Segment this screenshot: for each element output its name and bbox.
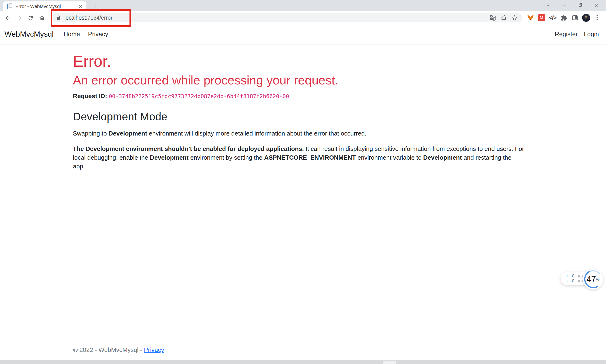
tab-close-icon[interactable] (77, 3, 83, 10)
error-subtitle: An error occurred while processing your … (73, 73, 525, 88)
nav-link-privacy[interactable]: Privacy (88, 30, 108, 38)
back-icon[interactable] (3, 13, 12, 23)
dev-mode-paragraph: Swapping to Development environment will… (73, 129, 525, 138)
network-monitor-widget[interactable]: ↑ 0 K/s ↓ 0 K/s 47% (559, 269, 604, 290)
taskbar-highlight (383, 361, 396, 364)
page-footer: © 2022 - WebMvcMysql - Privacy (0, 340, 606, 360)
development-mode-title: Development Mode (73, 110, 525, 123)
minimize-button[interactable] (556, 0, 572, 10)
close-window-button[interactable] (589, 0, 605, 10)
percent-value: 47 (586, 274, 596, 284)
window-controls (540, 0, 605, 11)
reload-icon[interactable] (26, 13, 35, 23)
upload-speed-value: 0 (570, 274, 576, 279)
metamask-fox-icon[interactable] (525, 12, 536, 23)
nav-link-register[interactable]: Register (555, 30, 578, 38)
main-content: Error. An error occurred while processin… (73, 44, 525, 171)
request-id-line: Request ID: 00-3748b222519c5fdc9773272db… (73, 92, 525, 100)
navbar-brand[interactable]: WebMvcMysql (4, 30, 54, 39)
upload-speed-unit: K/s (578, 274, 583, 278)
footer-privacy-link[interactable]: Privacy (144, 346, 164, 353)
download-speed-unit: K/s (578, 279, 583, 283)
download-speed-value: 0 (570, 279, 576, 284)
tab-title: Error - WebMvcMysql (15, 4, 77, 9)
translate-icon[interactable] (487, 13, 498, 22)
code-extension-icon[interactable]: </> (547, 12, 558, 23)
nav-link-login[interactable]: Login (584, 30, 599, 38)
address-bar-annotation-box (51, 9, 131, 27)
bookmark-star-icon[interactable] (509, 13, 520, 22)
forward-icon[interactable] (15, 13, 24, 23)
request-id-label: Request ID: (73, 92, 107, 100)
tab-search-chevron-icon[interactable] (540, 0, 556, 10)
browser-menu-dots-icon[interactable] (592, 12, 603, 23)
restore-button[interactable] (572, 0, 589, 10)
extensions-row: M </> (525, 12, 603, 23)
copyright-text: © 2022 - WebMvcMysql - (73, 346, 144, 353)
request-id-value: 00-3748b222519c5fdc9773272db087e2db-6b44… (109, 93, 289, 99)
taskbar-sliver (0, 360, 606, 364)
profile-avatar[interactable] (580, 12, 592, 23)
page-favicon-icon (7, 3, 13, 10)
browser-window: Error - WebMvcMysql (0, 0, 606, 364)
percent-badge[interactable]: 47% (583, 269, 603, 289)
dev-warning-paragraph: The Development environment shouldn't be… (73, 144, 525, 171)
error-title: Error. (73, 53, 525, 70)
upload-arrow-icon: ↑ (566, 274, 570, 278)
gmail-icon[interactable]: M (536, 12, 547, 23)
share-icon[interactable] (498, 13, 509, 22)
home-icon[interactable] (37, 13, 46, 23)
download-arrow-icon: ↓ (566, 279, 570, 283)
extensions-puzzle-icon[interactable] (558, 12, 569, 23)
site-navbar: WebMvcMysql Home Privacy Register Login (0, 24, 606, 44)
side-panel-icon[interactable] (569, 12, 580, 23)
nav-link-home[interactable]: Home (63, 30, 80, 38)
